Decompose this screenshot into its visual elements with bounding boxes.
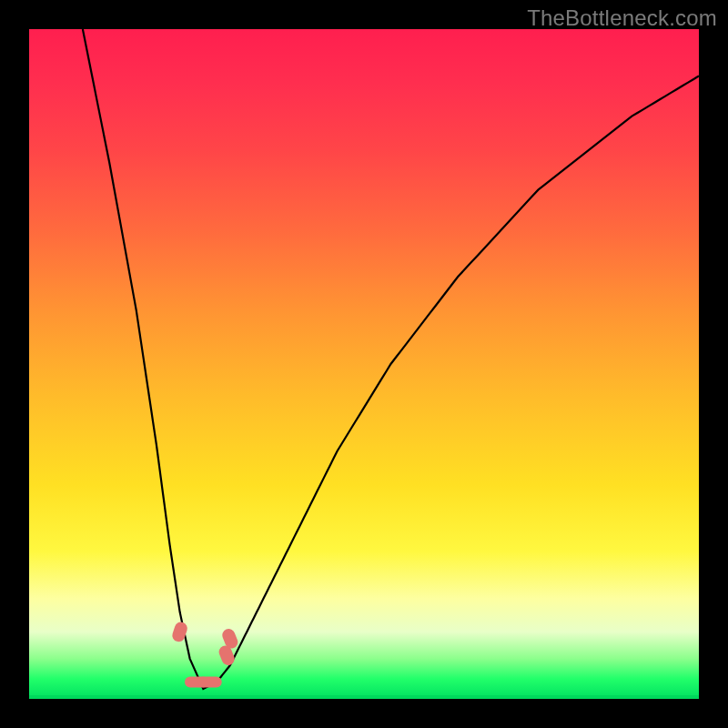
plot-area bbox=[29, 29, 699, 699]
markers-group bbox=[171, 621, 240, 688]
curve-svg bbox=[29, 29, 699, 699]
marker-bottom-b bbox=[198, 677, 222, 688]
watermark-text: TheBottleneck.com bbox=[527, 5, 717, 31]
bottleneck-curve bbox=[83, 29, 699, 689]
chart-frame: TheBottleneck.com bbox=[0, 0, 728, 728]
